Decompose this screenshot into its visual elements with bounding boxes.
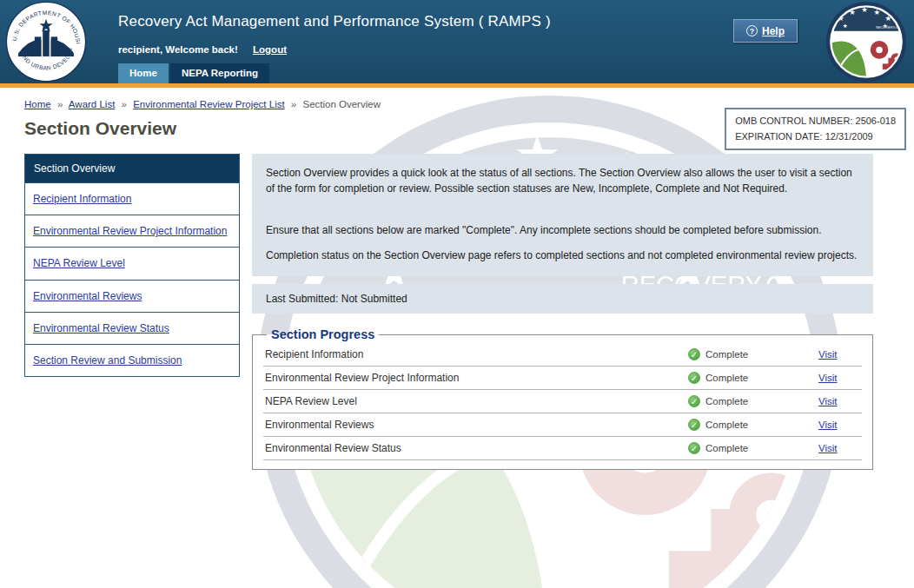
visit-link[interactable]: Visit: [818, 373, 860, 383]
section-status: ✓ Complete: [688, 442, 818, 454]
hud-seal-logo: U.S. DEPARTMENT OF HOUSING AND URBAN DEV…: [5, 1, 87, 83]
section-name: NEPA Review Level: [265, 395, 688, 407]
help-button[interactable]: ? Help: [733, 19, 798, 43]
sidebar-link[interactable]: Environmental Review Project Information: [33, 225, 227, 237]
sidebar-link[interactable]: NEPA Review Level: [33, 257, 125, 269]
section-name: Recipient Information: [265, 348, 688, 360]
progress-row-env-review-project-information: Environmental Review Project Information…: [263, 367, 862, 390]
app-title: Recovery Act Management and Performance …: [118, 13, 551, 30]
help-icon: ?: [746, 25, 758, 36]
status-label: Complete: [705, 420, 748, 430]
complete-check-icon: ✓: [688, 348, 700, 360]
tab-home[interactable]: Home: [118, 63, 169, 83]
sidebar-link[interactable]: Recipient Information: [33, 193, 131, 205]
progress-row-environmental-reviews: Environmental Reviews ✓ Complete Visit: [263, 413, 862, 437]
app-header: U.S. DEPARTMENT OF HOUSING AND URBAN DEV…: [0, 0, 914, 83]
sidebar-link[interactable]: Environmental Review Status: [33, 322, 169, 334]
page-content: Home » Award List » Environmental Review…: [0, 88, 914, 588]
welcome-message: recipient, Welcome back!: [118, 44, 238, 55]
progress-row-recipient-information: Recipient Information ✓ Complete Visit: [263, 343, 862, 367]
breadcrumb-env-review-project-list[interactable]: Environmental Review Project List: [133, 99, 285, 109]
status-label: Complete: [705, 443, 748, 453]
visit-link[interactable]: Visit: [818, 349, 860, 360]
visit-link[interactable]: Visit: [818, 443, 860, 453]
sidebar-link[interactable]: Environmental Reviews: [33, 290, 142, 302]
status-label: Complete: [705, 373, 748, 383]
welcome-row: recipient, Welcome back! Logout: [118, 44, 551, 55]
sidebar-item-env-review-project-information[interactable]: Environmental Review Project Information: [25, 215, 239, 247]
main-panel: Section Overview provides a quick look a…: [252, 154, 873, 470]
sidebar-item-recipient-information[interactable]: Recipient Information: [25, 182, 239, 215]
visit-link[interactable]: Visit: [818, 420, 860, 430]
complete-check-icon: ✓: [688, 419, 700, 431]
description-paragraph: Ensure that all sections below are marke…: [266, 222, 859, 238]
breadcrumb-current: Section Overview: [302, 99, 380, 109]
section-status: ✓ Complete: [688, 419, 818, 431]
progress-row-nepa-review-level: NEPA Review Level ✓ Complete Visit: [263, 390, 862, 413]
complete-check-icon: ✓: [688, 442, 700, 454]
description-paragraph: Section Overview provides a quick look a…: [266, 165, 859, 196]
section-progress-legend: Section Progress: [267, 327, 379, 341]
last-submitted-status: Last Submitted: Not Submitted: [252, 284, 873, 314]
tab-nepa-reporting[interactable]: NEPA Reporting: [170, 63, 269, 83]
section-status: ✓ Complete: [688, 372, 818, 384]
section-name: Environmental Review Status: [265, 442, 688, 454]
visit-link[interactable]: Visit: [818, 396, 860, 406]
logout-link[interactable]: Logout: [253, 44, 287, 55]
section-name: Environmental Review Project Information: [265, 372, 688, 384]
sidebar-item-environmental-reviews[interactable]: Environmental Reviews: [25, 280, 239, 312]
sidebar-item-env-review-status[interactable]: Environmental Review Status: [25, 312, 239, 344]
description-paragraph: Completion status on the Section Overvie…: [266, 248, 859, 263]
sidebar-item-nepa-review-level[interactable]: NEPA Review Level: [25, 247, 239, 279]
breadcrumb-separator: »: [57, 99, 63, 109]
sidebar-item-section-review-submission[interactable]: Section Review and Submission: [25, 344, 239, 376]
sidebar-link[interactable]: Section Review and Submission: [33, 354, 182, 367]
breadcrumb-award-list[interactable]: Award List: [69, 99, 115, 109]
progress-row-env-review-status: Environmental Review Status ✓ Complete V…: [263, 437, 862, 460]
section-status: ✓ Complete: [688, 348, 818, 360]
section-name: Environmental Reviews: [265, 419, 688, 431]
section-status: ✓ Complete: [688, 395, 818, 407]
breadcrumb-home[interactable]: Home: [24, 99, 51, 109]
breadcrumb-separator: »: [122, 99, 127, 109]
header-text-block: Recovery Act Management and Performance …: [118, 13, 551, 55]
section-progress-fieldset: Section Progress Recipient Information ✓…: [252, 327, 873, 470]
status-label: Complete: [705, 396, 748, 406]
section-overview-description: Section Overview provides a quick look a…: [252, 154, 873, 276]
ramps-page: U.S. DEPARTMENT OF HOUSING AND URBAN DEV…: [0, 0, 914, 588]
complete-check-icon: ✓: [688, 395, 700, 407]
page-title: Section Overview: [24, 118, 914, 139]
content-columns: Section Overview Recipient Information E…: [24, 154, 914, 470]
complete-check-icon: ✓: [688, 372, 700, 384]
primary-tabs: Home NEPA Reporting: [118, 63, 269, 83]
recovery-gov-logo: [825, 1, 907, 83]
sidebar-header: Section Overview: [25, 155, 239, 182]
section-sidebar: Section Overview Recipient Information E…: [24, 154, 240, 377]
help-button-label: Help: [762, 25, 785, 37]
status-label: Complete: [705, 349, 748, 360]
breadcrumb-separator: »: [291, 99, 296, 109]
